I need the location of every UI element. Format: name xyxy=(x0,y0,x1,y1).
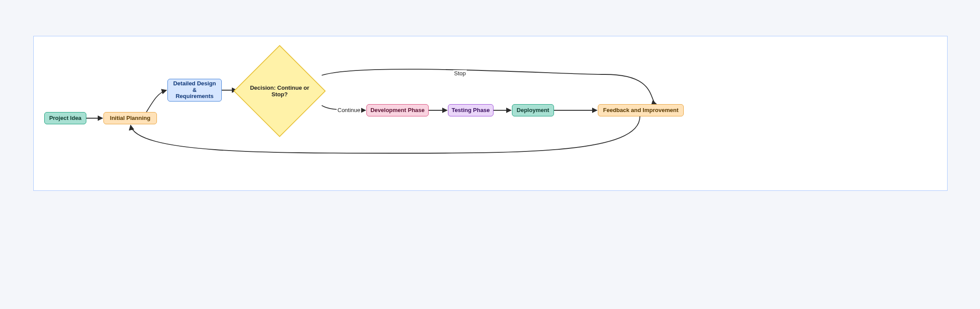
edge-label-continue: Continue xyxy=(337,107,361,113)
node-deployment: Deployment xyxy=(512,104,554,116)
node-development: Development Phase xyxy=(366,104,429,116)
diagram-canvas: Project Idea Initial Planning Detailed D… xyxy=(0,0,980,309)
node-feedback: Feedback and Improvement xyxy=(598,104,684,116)
node-testing: Testing Phase xyxy=(448,104,494,116)
node-decision: Decision: Continue or Stop? xyxy=(231,43,328,139)
node-initial-planning: Initial Planning xyxy=(103,112,157,124)
node-decision-label: Decision: Continue or Stop? xyxy=(231,84,328,98)
node-design-requirements: Detailed Design & Requirements xyxy=(167,79,222,102)
edge-label-stop: Stop xyxy=(453,70,467,77)
node-project-idea: Project Idea xyxy=(44,112,86,124)
